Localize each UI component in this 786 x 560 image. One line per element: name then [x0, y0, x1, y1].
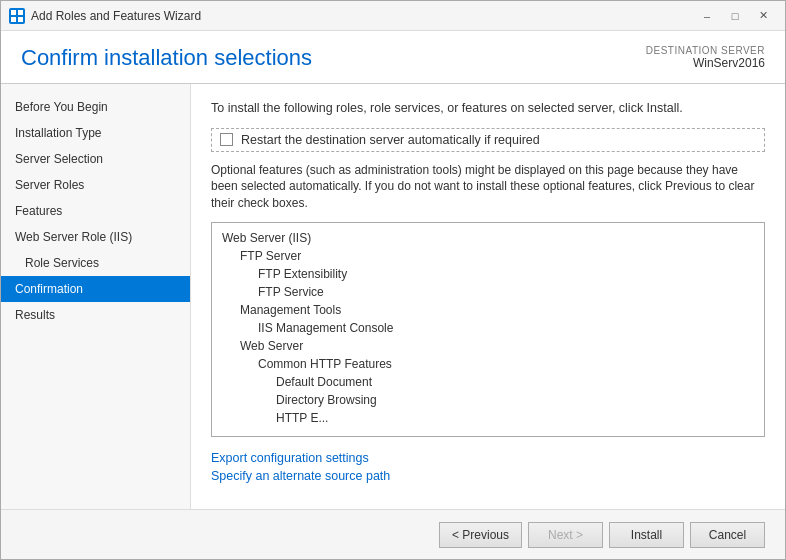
page-title: Confirm installation selections: [21, 45, 312, 71]
minimize-button[interactable]: –: [693, 6, 721, 26]
feature-item: Web Server (IIS): [212, 229, 764, 247]
feature-item: HTTP E...: [212, 409, 764, 427]
export-config-link[interactable]: Export configuration settings: [211, 451, 765, 465]
links-section: Export configuration settings Specify an…: [211, 451, 765, 483]
sidebar-item-web-server-role[interactable]: Web Server Role (IIS): [1, 224, 190, 250]
sidebar-item-server-selection[interactable]: Server Selection: [1, 146, 190, 172]
destination-name: WinServ2016: [646, 56, 765, 70]
feature-item: Management Tools: [212, 301, 764, 319]
footer: < Previous Next > Install Cancel: [1, 509, 785, 559]
restart-checkbox-row[interactable]: Restart the destination server automatic…: [211, 128, 765, 152]
feature-item: FTP Extensibility: [212, 265, 764, 283]
features-list[interactable]: Web Server (IIS)FTP ServerFTP Extensibil…: [211, 222, 765, 437]
feature-item: FTP Service: [212, 283, 764, 301]
wizard-window: Add Roles and Features Wizard – □ ✕ Conf…: [0, 0, 786, 560]
alternate-source-link[interactable]: Specify an alternate source path: [211, 469, 765, 483]
optional-text: Optional features (such as administratio…: [211, 162, 765, 212]
sidebar-item-server-roles[interactable]: Server Roles: [1, 172, 190, 198]
cancel-button[interactable]: Cancel: [690, 522, 765, 548]
header-band: Confirm installation selections DESTINAT…: [1, 31, 785, 84]
svg-rect-2: [11, 17, 16, 22]
title-bar: Add Roles and Features Wizard – □ ✕: [1, 1, 785, 31]
sidebar-item-confirmation[interactable]: Confirmation: [1, 276, 190, 302]
restart-checkbox-label: Restart the destination server automatic…: [241, 133, 540, 147]
sidebar-item-role-services[interactable]: Role Services: [1, 250, 190, 276]
svg-rect-0: [11, 10, 16, 15]
sidebar-item-results[interactable]: Results: [1, 302, 190, 328]
svg-rect-3: [18, 17, 23, 22]
sidebar-item-installation-type[interactable]: Installation Type: [1, 120, 190, 146]
sidebar-item-before-you-begin[interactable]: Before You Begin: [1, 94, 190, 120]
sidebar: Before You BeginInstallation TypeServer …: [1, 84, 191, 509]
sidebar-item-features[interactable]: Features: [1, 198, 190, 224]
feature-item: Default Document: [212, 373, 764, 391]
feature-item: Directory Browsing: [212, 391, 764, 409]
next-button[interactable]: Next >: [528, 522, 603, 548]
main-content: To install the following roles, role ser…: [191, 84, 785, 509]
app-icon: [9, 8, 25, 24]
title-bar-controls: – □ ✕: [693, 6, 777, 26]
maximize-button[interactable]: □: [721, 6, 749, 26]
feature-item: FTP Server: [212, 247, 764, 265]
feature-item: Common HTTP Features: [212, 355, 764, 373]
feature-item: IIS Management Console: [212, 319, 764, 337]
title-bar-left: Add Roles and Features Wizard: [9, 8, 201, 24]
content-area: Before You BeginInstallation TypeServer …: [1, 84, 785, 509]
window-title: Add Roles and Features Wizard: [31, 9, 201, 23]
info-text: To install the following roles, role ser…: [211, 100, 765, 118]
feature-item: Web Server: [212, 337, 764, 355]
close-button[interactable]: ✕: [749, 6, 777, 26]
install-button[interactable]: Install: [609, 522, 684, 548]
destination-label: DESTINATION SERVER: [646, 45, 765, 56]
restart-checkbox[interactable]: [220, 133, 233, 146]
svg-rect-1: [18, 10, 23, 15]
previous-button[interactable]: < Previous: [439, 522, 522, 548]
destination-server-info: DESTINATION SERVER WinServ2016: [646, 45, 765, 70]
